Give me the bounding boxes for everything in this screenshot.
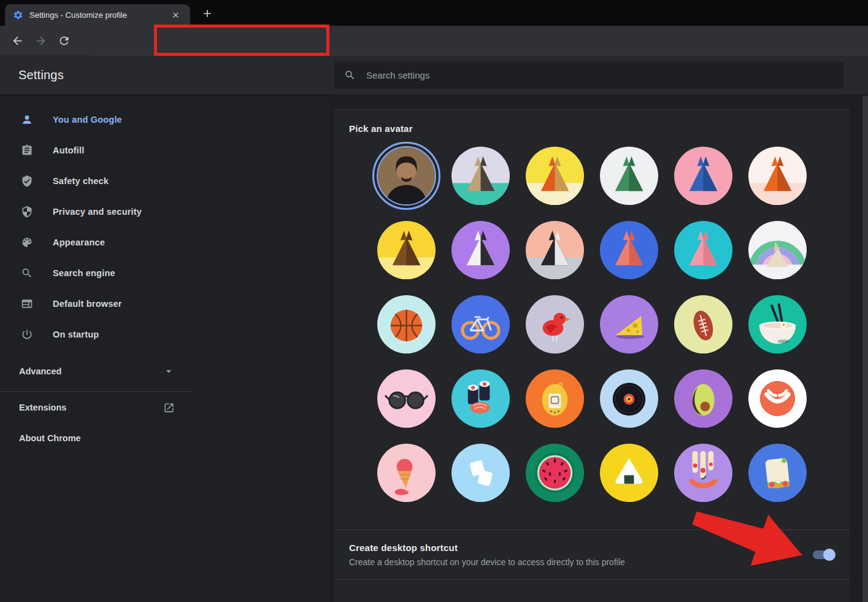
avatar-origami-unicorn[interactable]: [748, 221, 807, 279]
avatar-origami-butterfly[interactable]: [600, 221, 658, 279]
avatar-tamagotchi[interactable]: [526, 369, 584, 428]
avatar-sandwich[interactable]: [748, 444, 807, 502]
avatar-smile-logo[interactable]: [748, 369, 807, 428]
clipboard-icon: [20, 144, 34, 157]
avatar-origami-rabbit[interactable]: [674, 221, 732, 279]
avatar-origami-corgi[interactable]: [526, 147, 584, 205]
settings-content: Pick an avatar Create desktop shortcut C…: [329, 96, 868, 602]
settings-sidebar: You and Google Autofill Safety check Pri…: [0, 96, 329, 602]
chrome-settings-window: Settings - Customize profile Chro: [0, 0, 868, 602]
avatar-football[interactable]: [674, 295, 732, 353]
sidebar-item-you-and-google[interactable]: You and Google: [0, 104, 329, 135]
avatar-onigiri[interactable]: [600, 444, 658, 502]
sidebar-item-default-browser[interactable]: Default browser: [0, 288, 329, 319]
shortcut-description: Create a desktop shortcut on your device…: [349, 557, 813, 567]
avatar-ice-cream[interactable]: [377, 444, 436, 502]
magnifier-icon: [20, 266, 34, 280]
settings-header: Settings: [0, 55, 329, 95]
page-title: Settings: [18, 68, 64, 82]
tab-title: Settings - Customize profile: [29, 10, 167, 20]
avatar-origami-monkey[interactable]: [377, 221, 436, 279]
palette-icon: [20, 236, 34, 249]
avatar-bicycle[interactable]: [451, 295, 510, 353]
sidebar-item-autofill[interactable]: Autofill: [0, 135, 329, 166]
shield-check-icon: [20, 174, 34, 188]
sidebar-item-safety-check[interactable]: Safety check: [0, 166, 329, 196]
toggle-knob: [823, 549, 835, 561]
tab-strip: Settings - Customize profile: [0, 0, 868, 26]
search-icon: [344, 69, 356, 81]
avatar-origami-panda[interactable]: [451, 221, 510, 279]
external-link-icon: [163, 402, 175, 414]
customize-profile-card: Pick an avatar Create desktop shortcut C…: [334, 109, 850, 602]
back-button[interactable]: [7, 30, 28, 51]
browser-window-icon: [20, 297, 34, 311]
create-desktop-shortcut-row: Create desktop shortcut Create a desktop…: [334, 530, 850, 580]
sidebar-advanced-toggle[interactable]: Advanced: [0, 356, 192, 387]
avatar-profile-photo[interactable]: [377, 147, 436, 205]
sidebar-item-about-chrome[interactable]: About Chrome: [0, 423, 192, 453]
chevron-down-icon: [163, 365, 175, 377]
power-icon: [20, 328, 34, 341]
avatar-origami-dragon[interactable]: [600, 147, 658, 205]
avatar-sunglasses[interactable]: [377, 369, 436, 428]
avatar-grid: [377, 147, 807, 502]
avatar-bird[interactable]: [526, 295, 584, 353]
shortcut-title: Create desktop shortcut: [349, 542, 813, 553]
search-settings-field[interactable]: [334, 61, 843, 89]
search-settings-input[interactable]: [366, 70, 843, 80]
settings-gear-favicon-icon: [13, 10, 23, 20]
card-title: Pick an avatar: [334, 110, 850, 134]
search-header: [329, 55, 868, 95]
avatar-sushi[interactable]: [451, 369, 510, 428]
avatar-origami-penguin[interactable]: [526, 221, 584, 279]
avatar-cheese[interactable]: [600, 295, 658, 353]
reload-button[interactable]: [53, 30, 74, 51]
avatar-origami-elephant[interactable]: [674, 147, 732, 205]
avatar-watermelon[interactable]: [526, 444, 584, 502]
scrollbar[interactable]: [862, 96, 868, 602]
sidebar-item-privacy-and-security[interactable]: Privacy and security: [0, 196, 329, 227]
create-desktop-shortcut-toggle[interactable]: [813, 550, 834, 559]
avatar-avocado[interactable]: [674, 369, 732, 428]
avatar-ramen[interactable]: [748, 295, 807, 353]
avatar-origami-cat[interactable]: [451, 147, 510, 205]
browser-tab[interactable]: Settings - Customize profile: [5, 4, 190, 26]
avatar-origami-fox[interactable]: [748, 147, 807, 205]
new-tab-button[interactable]: [199, 5, 216, 22]
avatar-pizza[interactable]: [674, 444, 732, 502]
shield-half-icon: [20, 205, 34, 218]
person-icon: [20, 113, 34, 126]
avatar-tofu[interactable]: [451, 444, 510, 502]
tab-close-icon[interactable]: [167, 7, 184, 24]
avatar-basketball[interactable]: [377, 295, 436, 353]
sidebar-item-appearance[interactable]: Appearance: [0, 227, 329, 258]
sidebar-item-search-engine[interactable]: Search engine: [0, 258, 329, 288]
forward-button[interactable]: [30, 30, 51, 51]
sidebar-item-on-startup[interactable]: On startup: [0, 319, 329, 350]
avatar-vinyl-record[interactable]: [600, 369, 658, 428]
sidebar-item-extensions[interactable]: Extensions: [0, 392, 192, 423]
browser-toolbar: Chrome chrome://settings/manageProfile: [0, 26, 868, 55]
